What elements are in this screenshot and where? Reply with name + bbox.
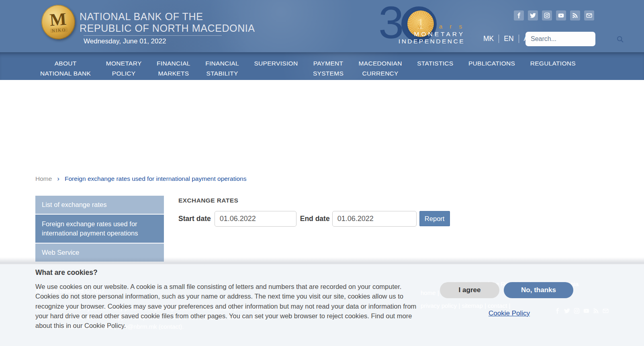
end-date-label: End date [300,215,330,223]
cookie-banner: What are cookies? We use cookies on our … [0,264,644,346]
cookie-body-line: your hard drive or read other saved cook… [35,311,416,321]
nav-about-national-bank[interactable]: ABOUTNATIONAL BANK [40,58,91,78]
lang-mk[interactable]: MK [478,35,499,43]
exchange-rates-form: Start date End date Report [178,211,450,227]
email-icon[interactable] [584,10,594,20]
content-area: Home › Foreign exchange rates used for i… [0,80,644,264]
instagram-icon[interactable] [542,10,552,20]
report-button[interactable]: Report [419,211,450,226]
current-date: Wednesday, June 01, 2022 [84,37,166,45]
breadcrumb: Home › Foreign exchange rates used for i… [35,175,246,183]
bank-title-line2: REPUBLIC OF NORTH MACEDONIA [80,23,255,34]
nav-macedonian-currency[interactable]: MACEDONIANCURRENCY [359,58,402,78]
bank-coin-logo[interactable]: M NIKO [40,4,76,41]
anniversary-digit-3: 3 [378,2,404,43]
breadcrumb-current-link[interactable]: Foreign exchange rates used for internat… [65,175,246,182]
lang-en[interactable]: EN [499,35,518,43]
bank-title: NATIONAL BANK OF THE REPUBLIC OF NORTH M… [80,11,255,34]
anniversary-independence-label: INDEPENDENCE [399,38,465,45]
breadcrumb-home-link[interactable]: Home [35,175,52,182]
sidebar-menu: List of exchange rates Foreign exchange … [35,196,164,262]
cookie-banner-title: What are cookies? [35,268,98,277]
header-divider [84,35,222,36]
search-icon[interactable] [616,32,624,46]
nav-statistics[interactable]: STATISTICS [417,58,453,68]
sidebar-item-list-of-exchange-rates[interactable]: List of exchange rates [35,196,164,214]
bank-title-line1: NATIONAL BANK OF THE [80,11,255,23]
anniversary-years-label: y e a r s [418,23,465,30]
sidebar-item-foreign-exchange-rates[interactable]: Foreign exchange rates used for internat… [35,215,164,243]
youtube-icon[interactable] [556,10,566,20]
cookie-body-line: We use cookies on our website. A cookie … [35,282,416,291]
start-date-label: Start date [178,215,211,223]
twitter-icon[interactable] [528,10,538,20]
search-input[interactable] [525,32,616,46]
start-date-input[interactable] [215,211,296,227]
site-header: M NIKO NATIONAL BANK OF THE REPUBLIC OF … [0,0,644,52]
nav-financial-markets[interactable]: FINANCIALMARKETS [157,58,190,78]
end-date-input[interactable] [332,211,417,227]
rss-icon[interactable] [570,10,580,20]
social-icons-row [514,10,594,20]
main-nav: ABOUTNATIONAL BANK MONETARYPOLICY FINANC… [0,52,644,80]
cookie-banner-body: We use cookies on our website. A cookie … [35,282,416,330]
anniversary-monetary-label: MONETARY [414,31,465,38]
coin-letter: M [49,11,67,29]
footer-top-shadow [0,257,644,264]
nav-monetary-policy[interactable]: MONETARYPOLICY [106,58,142,78]
cookie-decline-button[interactable]: No, thanks [504,282,573,298]
search-box [525,32,595,46]
page: M NIKO NATIONAL BANK OF THE REPUBLIC OF … [0,0,644,346]
cookie-agree-button[interactable]: I agree [440,282,499,298]
nav-financial-stability[interactable]: FINANCIALSTABILITY [205,58,239,78]
page-title: EXCHANGE RATES [178,197,238,204]
cookie-body-line: about this in our Cookie Policy. [35,321,416,330]
nav-payment-systems[interactable]: PAYMENTSYSTEMS [313,58,343,78]
nav-publications[interactable]: PUBLICATIONS [468,58,515,68]
breadcrumb-separator-icon: › [57,175,59,183]
nav-supervision[interactable]: SUPERVISION [254,58,298,68]
cookie-body-line: Cookies do not store personal informatio… [35,291,416,301]
coin-caption: NIKO [50,27,67,33]
cookie-policy-link[interactable]: Cookie Policy [489,309,530,317]
nav-regulations[interactable]: REGULATIONS [530,58,576,68]
cookie-body-line: recognize your browser. Cookies may save… [35,301,416,311]
facebook-icon[interactable] [514,10,524,20]
